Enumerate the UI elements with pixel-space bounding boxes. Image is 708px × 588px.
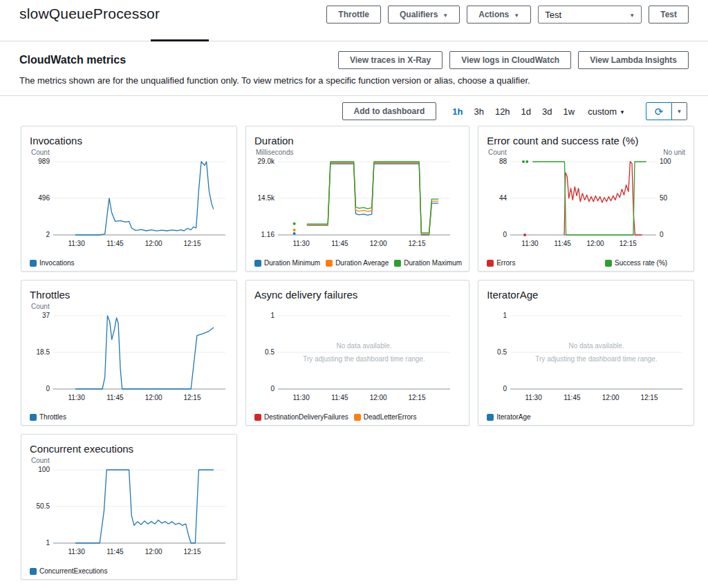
svg-text:11:45: 11:45 [555,240,572,247]
legend-deadlettererrors[interactable]: DeadLetterErrors [354,413,417,421]
test-event-select[interactable]: Test▼ [538,6,642,23]
svg-text:50.5: 50.5 [37,502,50,510]
chart-canvas[interactable]: Milliseconds29.0k14.5k1.1611:3011:4512:0… [253,148,454,256]
legend-concurrentexecutions[interactable]: ConcurrentExecutions [30,567,107,575]
time-range-12h[interactable]: 12h [490,105,515,118]
chart-title: Concurrent executions [28,443,230,455]
chart-title: Duration [253,135,462,146]
svg-text:37: 37 [42,312,50,319]
metric-card-async-delivery-failures: Async delivery failures10.5011:3011:4512… [245,280,469,426]
svg-text:0.5: 0.5 [265,348,274,356]
svg-text:44: 44 [499,194,507,202]
qualifiers-button[interactable]: Qualifiers▼ [388,6,460,23]
time-range-3h[interactable]: 3h [469,105,488,118]
svg-text:496: 496 [38,194,50,202]
svg-text:0: 0 [46,385,50,392]
legend-swatch [30,414,37,421]
add-to-dashboard-button[interactable]: Add to dashboard [342,102,437,120]
time-range-1d[interactable]: 1d [516,105,536,118]
legend-label: Duration Maximum [404,259,462,267]
svg-text:Count: Count [31,149,50,156]
active-tab-indicator[interactable] [151,39,209,41]
chart-legend: ConcurrentExecutions [28,567,230,575]
legend-iteratorage[interactable]: IteratorAge [487,413,530,421]
header-actions: Throttle Qualifiers▼ Actions▼ Test▼ Test [326,6,689,23]
legend-invocations[interactable]: Invocations [30,259,75,267]
view-traces-in-x-ray-button[interactable]: View traces in X-Ray [338,51,442,69]
time-range-3d[interactable]: 3d [537,105,557,118]
svg-text:12:00: 12:00 [587,240,604,247]
svg-text:No data available.: No data available. [336,342,391,350]
chart-canvas[interactable]: 10.5011:3011:4512:0012:15No data availab… [485,302,687,410]
legend-label: Invocations [39,259,75,267]
chart-legend: IteratorAge [485,413,687,421]
svg-text:Count: Count [31,457,50,464]
time-range-1w[interactable]: 1w [559,105,580,118]
legend-destinationdeliveryfailures[interactable]: DestinationDeliveryFailures [254,413,348,421]
legend-swatch [487,260,494,267]
legend-swatch [354,414,361,421]
refresh-button[interactable]: ⟳ [646,102,672,120]
chart-canvas[interactable]: Count989496211:3011:4512:0012:15 [28,148,230,256]
svg-text:12:00: 12:00 [370,394,387,401]
throttle-button[interactable]: Throttle [326,6,381,23]
svg-text:100: 100 [660,158,671,165]
legend-label: ConcurrentExecutions [39,567,107,575]
view-logs-in-cloudwatch-button[interactable]: View logs in CloudWatch [449,51,571,69]
test-button[interactable]: Test [649,6,689,23]
legend-swatch [30,260,37,267]
legend-errors[interactable]: Errors [487,259,515,267]
svg-text:2: 2 [46,231,50,238]
svg-text:No unit: No unit [663,149,685,156]
actions-label: Actions [478,10,509,19]
svg-text:11:45: 11:45 [106,394,124,401]
actions-button[interactable]: Actions▼ [467,6,531,23]
time-range-1h[interactable]: 1h [447,105,467,118]
svg-text:18.5: 18.5 [37,348,50,356]
refresh-options-button[interactable]: ▼ [672,102,687,120]
svg-text:11:45: 11:45 [106,240,124,247]
chart-canvas[interactable]: Count10050.5111:3011:4512:0012:15 [28,456,230,564]
refresh-icon: ⟳ [655,106,664,117]
svg-text:Milliseconds: Milliseconds [256,149,293,156]
refresh-split-button: ⟳ ▼ [646,102,687,120]
svg-text:12:00: 12:00 [145,240,162,247]
chart-legend: ErrorsSuccess rate (%) [485,259,687,267]
svg-text:11:30: 11:30 [525,394,543,401]
chart-canvas[interactable]: 10.5011:3011:4512:0012:15No data availab… [253,302,454,410]
chevron-down-icon: ▼ [620,109,625,115]
legend-swatch [254,414,261,421]
svg-text:Count: Count [31,303,50,310]
legend-success-rate[interactable]: Success rate (%) [605,259,667,267]
legend-swatch [605,260,612,267]
svg-text:11:30: 11:30 [68,240,85,247]
legend-label: Throttles [39,413,66,421]
section-title: CloudWatch metrics [19,54,126,66]
legend-swatch [326,260,333,267]
chart-canvas[interactable]: Count3718.5011:3011:4512:0012:15 [28,302,230,410]
svg-text:Try adjusting the dashboard ti: Try adjusting the dashboard time range. [303,355,425,363]
svg-text:11:30: 11:30 [292,240,310,247]
legend-throttles[interactable]: Throttles [30,413,66,421]
chart-canvas[interactable]: CountNo unit8844010050011:3011:4512:0012… [485,148,687,256]
svg-text:12:15: 12:15 [620,240,637,247]
svg-text:1: 1 [503,312,507,319]
svg-text:Try adjusting the dashboard ti: Try adjusting the dashboard time range. [535,355,657,363]
legend-duration-maximum[interactable]: Duration Maximum [394,259,462,267]
chart-legend: Invocations [28,259,230,267]
svg-text:12:15: 12:15 [183,394,201,401]
svg-text:1: 1 [270,312,274,319]
custom-range-button[interactable]: custom▼ [586,105,626,118]
legend-duration-minimum[interactable]: Duration Minimum [254,259,320,267]
legend-duration-average[interactable]: Duration Average [326,259,389,267]
svg-text:11:45: 11:45 [331,240,348,247]
view-lambda-insights-button[interactable]: View Lambda Insights [578,51,689,69]
svg-text:1.16: 1.16 [261,231,275,238]
legend-label: Success rate (%) [615,259,667,267]
legend-label: DeadLetterErrors [364,413,417,421]
legend-swatch [30,568,37,575]
svg-text:12:00: 12:00 [145,394,162,401]
function-name: slowQueueProcessor [19,6,160,22]
chart-legend: DestinationDeliveryFailuresDeadLetterErr… [253,413,462,421]
chart-title: Error count and success rate (%) [485,135,687,146]
